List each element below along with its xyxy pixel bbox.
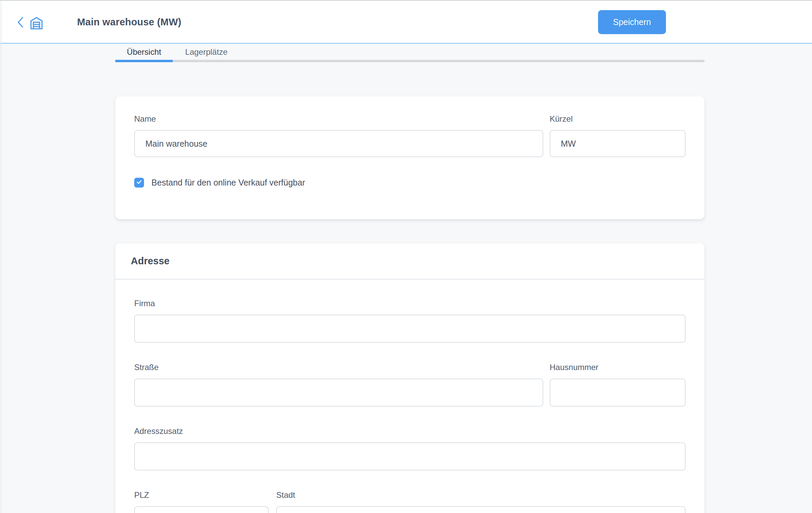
checkmark-icon: [136, 179, 142, 187]
general-card: Name Kürzel Bestand für den online Verka…: [115, 96, 704, 219]
active-tab-indicator: [115, 60, 173, 62]
adresszusatz-label: Adresszusatz: [134, 427, 686, 436]
adresszusatz-field-group: Adresszusatz: [134, 427, 686, 470]
name-input[interactable]: [134, 130, 543, 157]
app-left-border: [1, 1, 1, 513]
back-button[interactable]: [14, 16, 27, 30]
firma-field-group: Firma: [134, 299, 686, 343]
code-field-group: Kürzel: [550, 115, 686, 157]
tab-lagerplaetze[interactable]: Lagerplätze: [173, 44, 240, 60]
kuerzel-input[interactable]: [550, 130, 686, 157]
stadt-field-group: Stadt: [276, 491, 686, 513]
online-stock-label: Bestand für den online Verkauf verfügbar: [151, 178, 305, 188]
plz-input[interactable]: [134, 506, 269, 513]
firma-input[interactable]: [134, 315, 686, 343]
hausnummer-label: Hausnummer: [550, 363, 686, 372]
tab-track: [115, 60, 704, 62]
strasse-input[interactable]: [134, 378, 543, 407]
plz-field-group: PLZ: [134, 491, 269, 513]
warehouse-icon: [29, 16, 44, 31]
firma-label: Firma: [134, 299, 686, 308]
address-heading: Adresse: [131, 255, 169, 267]
plz-label: PLZ: [134, 491, 269, 499]
page-header: Main warehouse (MW) Speichern: [0, 1, 812, 44]
online-stock-row: Bestand für den online Verkauf verfügbar: [134, 178, 686, 188]
address-card: Adresse Firma Straße Hausnummer Adresszu…: [115, 243, 704, 513]
strasse-label: Straße: [134, 363, 543, 372]
address-card-header: Adresse: [115, 243, 704, 279]
strasse-field-group: Straße: [134, 363, 543, 407]
save-button[interactable]: Speichern: [598, 10, 666, 34]
tab-bar: Übersicht Lagerplätze: [115, 44, 704, 62]
adresszusatz-input[interactable]: [134, 442, 686, 470]
online-stock-checkbox[interactable]: [134, 178, 144, 188]
hausnummer-input[interactable]: [550, 378, 686, 407]
page-title: Main warehouse (MW): [77, 1, 181, 44]
stadt-label: Stadt: [276, 491, 686, 499]
chevron-left-icon: [16, 16, 25, 30]
name-label: Name: [134, 115, 543, 123]
hausnummer-field-group: Hausnummer: [550, 363, 686, 407]
kuerzel-label: Kürzel: [550, 115, 686, 123]
name-field-group: Name: [134, 115, 543, 157]
stadt-input[interactable]: [276, 506, 686, 513]
tab-uebersicht[interactable]: Übersicht: [115, 44, 173, 60]
